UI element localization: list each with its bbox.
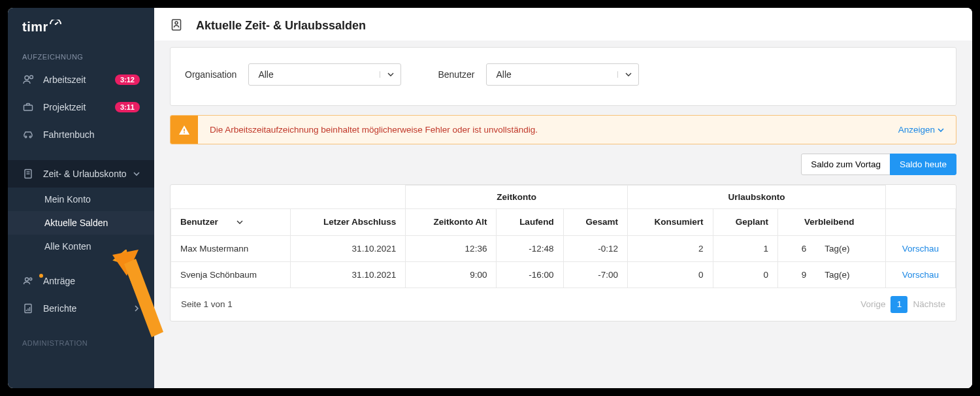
cell-geplant: 1 xyxy=(713,235,777,261)
svg-line-1 xyxy=(56,22,58,24)
cell-laufend: -16:00 xyxy=(497,261,563,288)
filter-panel: Organisation Alle Benutzer Alle xyxy=(170,47,956,106)
clock-user-icon xyxy=(22,74,34,86)
nav-label: Berichte xyxy=(43,303,76,314)
col-letzter-abschluss[interactable]: Letzer Abschluss xyxy=(291,209,406,236)
nav-arbeitszeit[interactable]: Arbeitszeit 3:12 xyxy=(8,66,154,93)
briefcase-icon xyxy=(22,101,34,113)
svg-rect-4 xyxy=(24,105,33,110)
nav-label: Fahrtenbuch xyxy=(43,129,95,140)
section-recording: AUFZEICHNUNG xyxy=(8,42,154,66)
nav-berichte[interactable]: Berichte xyxy=(8,295,154,322)
chevron-right-icon xyxy=(133,278,140,284)
alert-action-link[interactable]: Anzeigen xyxy=(887,116,956,144)
cell-benutzer: Max Mustermann xyxy=(171,235,291,261)
svg-point-6 xyxy=(29,136,31,138)
document-icon xyxy=(22,168,34,180)
nav-label: Alle Konten xyxy=(44,241,91,252)
sidebar: timr AUFZEICHNUNG Arbeitszeit 3:12 Proje… xyxy=(8,8,154,388)
notification-dot xyxy=(39,274,43,278)
filter-organisation: Organisation Alle xyxy=(185,63,401,86)
pagination: Vorige 1 Nächste xyxy=(860,296,945,313)
svg-point-2 xyxy=(25,76,29,80)
pager-page-number[interactable]: 1 xyxy=(890,296,907,313)
page-info: Seite 1 von 1 xyxy=(181,299,233,309)
svg-rect-19 xyxy=(184,132,185,133)
warning-icon xyxy=(171,116,198,144)
cell-laufend: -12:48 xyxy=(497,235,563,261)
chevron-down-icon xyxy=(133,171,140,177)
svg-point-5 xyxy=(25,136,27,138)
filter-label: Organisation xyxy=(185,69,237,80)
table-row: Max Mustermann 31.10.2021 12:36 -12:48 -… xyxy=(171,235,956,261)
main-content: Aktuelle Zeit- & Urlaubssalden Organisat… xyxy=(154,8,972,388)
group-urlaubskonto: Urlaubskonto xyxy=(628,186,886,209)
cell-zeit-alt: 12:36 xyxy=(406,235,497,261)
users-icon xyxy=(22,275,34,287)
vorschau-link[interactable]: Vorschau xyxy=(902,270,939,280)
brand-logo: timr xyxy=(8,8,154,42)
col-laufend[interactable]: Laufend xyxy=(497,209,563,236)
page-header: Aktuelle Zeit- & Urlaubssalden xyxy=(154,8,972,41)
benutzer-dropdown[interactable]: Alle xyxy=(486,63,639,86)
svg-point-17 xyxy=(175,22,178,24)
col-zeitkonto-alt[interactable]: Zeitkonto Alt xyxy=(406,209,497,236)
cell-geplant: 0 xyxy=(713,261,777,288)
badge: 3:11 xyxy=(115,102,140,112)
vorschau-link[interactable]: Vorschau xyxy=(902,244,939,254)
col-gesamt[interactable]: Gesamt xyxy=(563,209,628,236)
nav-aktuelle-salden[interactable]: Aktuelle Salden xyxy=(8,211,154,235)
filter-label: Benutzer xyxy=(438,69,474,80)
table-footer: Seite 1 von 1 Vorige 1 Nächste xyxy=(171,288,956,321)
pager-next[interactable]: Nächste xyxy=(913,299,945,309)
cell-verbleibend: 9 xyxy=(778,261,816,288)
cell-gesamt: -7:00 xyxy=(563,261,628,288)
saldo-heute-button[interactable]: Saldo heute xyxy=(890,154,956,175)
nav-mein-konto[interactable]: Mein Konto xyxy=(8,188,154,211)
svg-point-11 xyxy=(29,278,32,280)
report-icon xyxy=(22,303,34,314)
group-zeitkonto: Zeitkonto xyxy=(406,186,628,209)
cell-benutzer: Svenja Schönbaum xyxy=(171,261,291,288)
dropdown-value: Alle xyxy=(487,64,617,85)
col-benutzer[interactable]: Benutzer xyxy=(171,209,291,236)
organisation-dropdown[interactable]: Alle xyxy=(248,63,401,86)
saldo-vortag-button[interactable]: Saldo zum Vortag xyxy=(801,154,890,175)
nav-zeit-urlaubskonto[interactable]: Zeit- & Urlaubskonto xyxy=(8,160,154,188)
nav-label: Mein Konto xyxy=(44,194,91,205)
nav-label: Arbeitszeit xyxy=(43,74,86,85)
nav-fahrtenbuch[interactable]: Fahrtenbuch xyxy=(8,121,154,148)
col-konsumiert[interactable]: Konsumiert xyxy=(628,209,713,236)
svg-rect-18 xyxy=(184,129,185,131)
cell-action: Vorschau xyxy=(885,235,955,261)
cell-action: Vorschau xyxy=(885,261,955,288)
balance-doc-icon xyxy=(170,18,184,33)
col-verbleibend[interactable]: Verbleibend xyxy=(778,209,886,236)
alert-message: Die Arbeitszeitaufzeichnung beinhaltet m… xyxy=(198,116,887,144)
cell-unit: Tag(e) xyxy=(815,235,885,261)
cell-gesamt: -0:12 xyxy=(563,235,628,261)
cell-unit: Tag(e) xyxy=(815,261,885,288)
col-geplant[interactable]: Geplant xyxy=(713,209,777,236)
cell-abschluss: 31.10.2021 xyxy=(291,235,406,261)
pager-prev[interactable]: Vorige xyxy=(860,299,885,309)
cell-abschluss: 31.10.2021 xyxy=(291,261,406,288)
cell-zeit-alt: 9:00 xyxy=(406,261,497,288)
warning-alert: Die Arbeitszeitaufzeichnung beinhaltet m… xyxy=(170,115,956,144)
cell-konsumiert: 0 xyxy=(628,261,713,288)
svg-point-10 xyxy=(25,278,29,281)
filter-benutzer: Benutzer Alle xyxy=(438,63,639,86)
chevron-down-icon xyxy=(617,71,638,78)
nav-alle-konten[interactable]: Alle Konten xyxy=(8,235,154,258)
content-area: Organisation Alle Benutzer Alle xyxy=(154,41,972,388)
nav-antraege[interactable]: Anträge xyxy=(8,267,154,295)
car-icon xyxy=(22,129,34,140)
nav-label: Anträge xyxy=(43,276,75,286)
page-title: Aktuelle Zeit- & Urlaubssalden xyxy=(196,19,366,33)
chevron-right-icon xyxy=(133,305,140,312)
nav-label: Projektzeit xyxy=(43,102,86,112)
col-actions xyxy=(885,209,955,236)
balance-toggle-group: Saldo zum Vortag Saldo heute xyxy=(170,154,956,175)
chevron-down-icon xyxy=(237,218,243,227)
nav-projektzeit[interactable]: Projektzeit 3:11 xyxy=(8,93,154,121)
